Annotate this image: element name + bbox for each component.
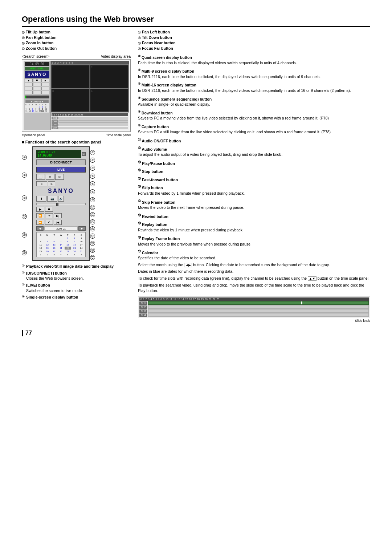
screen-ctrl-2[interactable]: [33, 83, 41, 86]
replay-frame-btn[interactable]: |◀: [54, 220, 62, 225]
right-item-12: ⑫ Audio volume To adjust the audio outpu…: [138, 146, 370, 157]
time-scale-panel-label: Time scale panel: [106, 133, 131, 137]
panel-c-btn[interactable]: c: [82, 152, 86, 156]
right-item-18: ⑱ Rewind button: [138, 213, 370, 219]
volume-slider[interactable]: [36, 203, 86, 205]
right-item-20: ⑳ Replay Frame button Moves the video to…: [138, 235, 370, 247]
screen-ctrl-1[interactable]: [25, 83, 33, 86]
single-screen-btn[interactable]: ⬜: [36, 174, 45, 180]
right-callouts: ① ② ③ ⑤ ⑥ ⑧ ⑩ ⑪ ⑫ ⑭ ⑯ ⑰ ⑲ ⑳ ㉑: [90, 146, 103, 261]
callout-9: ⑨: [22, 195, 32, 200]
calendar-grid: S M T W T F S 1: [36, 232, 86, 257]
calendar-days-header: S M T W T F S 1: [37, 234, 85, 256]
right-item-13: ⑬ Play/Pause button: [138, 160, 370, 166]
callout-20: ⑳: [90, 248, 103, 253]
callout-8: ⑧: [90, 189, 103, 194]
right-item-6: ⑥ Multi-9 screen display button In DSR-2…: [138, 68, 370, 79]
panel-dl-cap-btns: ⬇ 📷 🔊: [36, 196, 86, 202]
callout-1: ①: [90, 150, 103, 155]
stop-btn[interactable]: ⏹: [45, 207, 53, 212]
right-column: ⑤ Quad-screen display button Each time t…: [138, 54, 370, 323]
timescale-ch1-row: CH1: [139, 301, 369, 305]
top-item-14: ⑭Pan Left button: [138, 30, 254, 35]
callout-5: ⑤: [90, 174, 103, 179]
panel-s-btn[interactable]: S: [48, 181, 55, 186]
screen-btn-1[interactable]: ▶: [25, 78, 33, 82]
right-item-8: ⑧ Sequence (camera sequencing) button Av…: [138, 96, 370, 107]
timescale-ch3-row: CH3: [139, 309, 369, 313]
top-items-section: ⑬Tilt Up button ⑮Pan Right button ⑰Zoom …: [22, 30, 370, 51]
panel-rew-row: ⏪ ↶ |◀: [36, 220, 86, 225]
live-button[interactable]: LIVE: [36, 167, 86, 173]
cal-next-btn[interactable]: ►: [78, 226, 86, 231]
callout-17: ⑰: [90, 234, 103, 239]
play-pause-btn[interactable]: ▶: [36, 207, 44, 212]
skip-frame-btn[interactable]: ▶|: [54, 213, 62, 218]
right-item-17: ⑰ Skip Frame button Moves the video to t…: [138, 199, 370, 210]
callout-4: ④: [22, 155, 32, 160]
right-item-7: ⑦ Multi-16 screen display button In DSR-…: [138, 82, 370, 93]
quad-screen-btn[interactable]: ⊞: [46, 174, 54, 180]
audio-onoff-btn[interactable]: 🔊: [58, 196, 64, 202]
video-cell-2: 2: [90, 65, 128, 88]
callout-12: ⑫: [90, 212, 103, 217]
cal-prev-btn[interactable]: ◄: [36, 226, 44, 231]
volume-knob[interactable]: [56, 203, 58, 206]
panel-volume-row: [36, 203, 86, 205]
timescale-header-bar: 01234567891011121314151617181920212223: [139, 297, 369, 301]
right-item-11: ⑪ Audio ON/OFF button: [138, 138, 370, 143]
screen-ctrl-3[interactable]: [41, 83, 49, 86]
slide-knob[interactable]: [301, 301, 302, 304]
panel-extra-btn[interactable]: ≡: [36, 181, 47, 186]
bottom-items-list: ① Playback video/Still image date and ti…: [22, 264, 131, 300]
multi9-btn[interactable]: ⊟: [55, 174, 64, 180]
screen-ctrl-8[interactable]: [33, 91, 41, 94]
right-item-10: ⑩ Capture button Saves to PC a still ima…: [138, 124, 370, 135]
callout-13: ⑬: [22, 214, 32, 219]
timescale-section: 01234567891011121314151617181920212223 C…: [138, 296, 370, 323]
search-screen-section: <Search screen> Video display area 14 09…: [22, 54, 131, 137]
ch2-bar: [148, 305, 369, 309]
video-cell-1: 1: [51, 65, 90, 88]
callout-16: ⑯: [90, 226, 103, 231]
functions-label: Functions of the search operation panel: [22, 140, 131, 144]
timescale-channel-rows: CH1 CH2 CH3: [139, 301, 369, 317]
screen-ctrl-6[interactable]: [41, 87, 49, 90]
fast-forward-btn[interactable]: ⏩: [36, 213, 44, 218]
disconnect-button[interactable]: DISCONNECT: [36, 159, 86, 165]
top-col-1: ⑬Tilt Up button ⑮Pan Right button ⑰Zoom …: [22, 30, 138, 51]
rewind-btn[interactable]: ⏪: [36, 220, 44, 225]
search-screen-diagram: 14 09 00 UGDC-NSEL SANYO ▶ ⏹ ⏏: [22, 59, 131, 132]
callout-19: ⑲: [90, 241, 103, 246]
callout-10: ⑩: [90, 197, 103, 202]
screen-ctrl-7[interactable]: [25, 91, 33, 94]
right-item-14: ⑭ Stop button: [138, 168, 370, 174]
callout-21: ㉑: [90, 255, 103, 260]
top-item-17: ⑰Zoom In button: [22, 41, 138, 45]
operation-panel-box: 2009 01 22 14:09:00 c DISCONNECT LIVE: [32, 146, 90, 261]
page-number: 77: [22, 330, 370, 336]
page: Operations using the Web browser ⑬Tilt U…: [0, 0, 392, 351]
screen-ctrl-4[interactable]: [25, 87, 33, 90]
ch3-bar: [148, 309, 369, 313]
download-btn[interactable]: ⬇: [36, 196, 46, 202]
panel-disconnect-row: DISCONNECT: [36, 159, 86, 165]
screen-ctrl-5[interactable]: [33, 87, 41, 90]
right-item-21: ㉑ Calendar Specifies the date of the vid…: [138, 250, 370, 293]
screen-btn-3[interactable]: ⏏: [41, 78, 49, 82]
screen-ctrl-9[interactable]: [41, 91, 49, 94]
screen-mini-calendar: ◄ 2009 01 ► SMTWTFS 123 45678910 1112131…: [25, 100, 49, 113]
page-title: Operations using the Web browser: [22, 15, 370, 27]
replay-btn[interactable]: ↶: [45, 220, 53, 225]
video-cell-4: 4: [90, 89, 128, 112]
cal-date-display: 2009-01: [44, 226, 78, 231]
panel-live-row: LIVE: [36, 167, 86, 173]
functions-section: Functions of the search operation panel …: [22, 140, 131, 300]
screen-btn-2[interactable]: ⏹: [33, 78, 41, 82]
left-column: <Search screen> Video display area 14 09…: [22, 54, 131, 323]
video-cell-3: 3: [51, 89, 90, 112]
right-item-19: ⑲ Replay button Rewinds the video by 1 m…: [138, 221, 370, 232]
callout-7: ⑦: [22, 173, 32, 178]
skip-btn[interactable]: ↷: [45, 213, 53, 218]
capture-btn[interactable]: 📷: [47, 196, 57, 202]
